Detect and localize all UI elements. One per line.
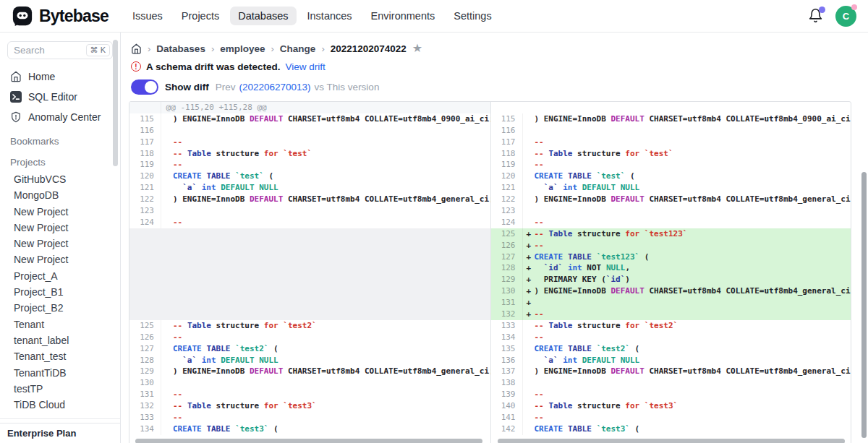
diff-row: 136 `a` int DEFAULT NULL [491, 355, 851, 366]
sidebar-project-item[interactable]: GitHubVCS [0, 171, 120, 187]
left-pane-horizontal-scrollbar[interactable] [135, 439, 482, 443]
diff-row: 135CREATE TABLE `test2` ( [491, 343, 851, 355]
diff-row: 122) ENGINE=InnoDB DEFAULT CHARSET=utf8m… [129, 194, 490, 205]
plan-badge: Enterprise Plan [0, 423, 120, 443]
sidebar-project-item[interactable]: New Project [0, 251, 120, 267]
bytebase-logo[interactable]: Bytebase [12, 5, 109, 27]
code-line: `id` int NOT NULL, [535, 262, 851, 274]
sidebar-project-item[interactable]: Project_A [0, 268, 120, 284]
sidebar-project-item[interactable]: Tenant [0, 317, 120, 332]
diff-sign: + [523, 251, 535, 263]
sidebar-project-item[interactable]: New Project [0, 236, 120, 251]
code-line: -- [173, 412, 490, 423]
line-number: 117 [129, 137, 161, 148]
nav-issues[interactable]: Issues [124, 7, 171, 25]
diff-sign [161, 205, 173, 217]
sidebar-project-item[interactable]: Project_B2 [0, 300, 120, 316]
sidebar-item-home[interactable]: Home [0, 66, 120, 87]
search-input[interactable]: Search ⌘ K [7, 41, 113, 59]
diff-row: 139-- [491, 389, 851, 400]
diff-row: @@ -115,20 +115,28 @@ [129, 102, 490, 113]
diff-row: 124-- [491, 217, 851, 228]
diff-sign [161, 355, 173, 366]
breadcrumb-home-icon[interactable] [131, 43, 142, 54]
breadcrumb-databases[interactable]: Databases [156, 43, 205, 54]
sidebar-project-item[interactable]: New Project [0, 220, 120, 236]
show-diff-label: Show diff [165, 82, 209, 93]
diff-row: 131+ [491, 297, 851, 309]
code-line: ) ENGINE=InnoDB DEFAULT CHARSET=utf8mb4 … [535, 285, 851, 297]
diff-row: 132-- Table structure for `test3` [129, 400, 490, 412]
sidebar-project-item[interactable]: tenant_label [0, 332, 120, 348]
diff-row: 122) ENGINE=InnoDB DEFAULT CHARSET=utf8m… [491, 194, 851, 205]
diff-sign: + [523, 274, 535, 285]
nav-instances[interactable]: Instances [299, 7, 360, 25]
right-pane-horizontal-scrollbar[interactable] [498, 439, 845, 443]
sidebar-project-item[interactable]: Tenant_test [0, 348, 120, 364]
code-line: -- [535, 332, 851, 343]
line-number: 134 [129, 423, 161, 435]
diff-sign [161, 217, 173, 228]
line-number: 119 [491, 159, 523, 171]
schema-diff-panel: @@ -115,20 +115,28 @@115) ENGINE=InnoDB … [129, 101, 851, 443]
search-placeholder: Search [14, 45, 86, 56]
nav-environments[interactable]: Environments [363, 7, 443, 25]
line-number: 121 [491, 182, 523, 194]
diff-sign [523, 148, 535, 160]
sidebar-item-sql-editor[interactable]: SQL Editor [0, 87, 120, 107]
diff-row: 118-- Table structure for `test` [129, 148, 490, 160]
diff-pane-current: 115) ENGINE=InnoDB DEFAULT CHARSET=utf8m… [490, 102, 851, 443]
line-number: 120 [129, 171, 161, 182]
line-number: 141 [491, 412, 523, 423]
diff-row: 142CREATE TABLE `test3` ( [491, 423, 851, 435]
notifications-bell-icon[interactable] [808, 8, 824, 24]
diff-row: 129) ENGINE=InnoDB DEFAULT CHARSET=utf8m… [129, 366, 490, 377]
diff-sign [161, 171, 173, 182]
code-line: -- [535, 412, 851, 423]
user-avatar[interactable]: C [835, 6, 856, 27]
line-number: 126 [129, 332, 161, 343]
view-drift-link[interactable]: View drift [286, 61, 326, 72]
diff-row [129, 228, 490, 240]
diff-sign [523, 171, 535, 182]
prev-version-link[interactable]: (202206270013) [239, 82, 311, 93]
nav-settings[interactable]: Settings [446, 7, 499, 25]
code-line: -- [535, 217, 851, 228]
line-number: 133 [129, 412, 161, 423]
code-line: `a` int DEFAULT NULL [173, 182, 490, 194]
diff-sign [161, 366, 173, 377]
bytebase-logo-icon [12, 5, 33, 27]
code-line: -- [173, 159, 490, 171]
page-vertical-scrollbar[interactable] [861, 172, 867, 438]
sidebar-project-item[interactable]: MongoDB [0, 187, 120, 203]
diff-sign [161, 182, 173, 194]
line-number: 126 [491, 240, 523, 251]
chevron-right-icon: › [321, 43, 324, 54]
diff-row: 117-- [129, 137, 490, 148]
breadcrumb-version: 20221202074022 [331, 43, 407, 54]
sidebar-project-item[interactable]: TenantTiDB [0, 365, 120, 381]
sidebar-item-anomaly-center[interactable]: Anomaly Center [0, 107, 120, 127]
line-number: 129 [491, 274, 523, 285]
breadcrumb-employee[interactable]: employee [220, 43, 265, 54]
diff-sign [161, 389, 173, 400]
breadcrumb-change[interactable]: Change [280, 43, 316, 54]
line-number: 122 [129, 194, 161, 205]
line-number: 133 [491, 320, 523, 332]
show-diff-toggle[interactable] [131, 79, 158, 95]
sidebar-project-item[interactable]: Project_B1 [0, 284, 120, 300]
nav-projects[interactable]: Projects [174, 7, 227, 25]
sidebar-item-label: SQL Editor [28, 91, 77, 103]
sidebar-project-item[interactable]: TiDB Cloud [0, 397, 120, 413]
diff-row: 128 `a` int DEFAULT NULL [129, 355, 490, 366]
bookmark-star-icon[interactable]: ★ [412, 43, 422, 54]
sidebar-project-item[interactable]: New Project [0, 204, 120, 220]
nav-databases[interactable]: Databases [230, 7, 296, 25]
sidebar-project-item[interactable]: testTP [0, 381, 120, 397]
sidebar-scrollbar[interactable] [113, 40, 118, 166]
diff-row: 124-- [129, 217, 490, 228]
toggle-knob [145, 81, 157, 93]
search-shortcut-badge: ⌘ K [86, 44, 110, 56]
diff-row: 127+CREATE TABLE `test123` ( [491, 251, 851, 263]
diff-sign [523, 355, 535, 366]
